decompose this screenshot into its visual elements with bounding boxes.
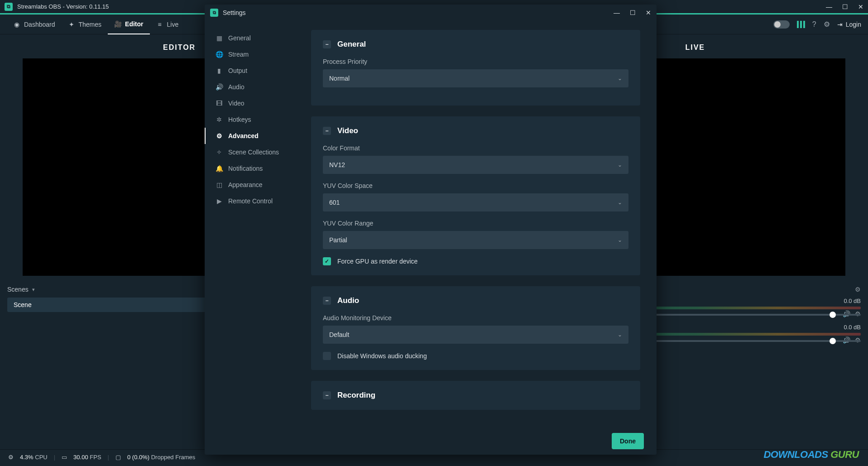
settings-minimize-icon[interactable]: —	[614, 9, 620, 16]
dropped-value: 0 (0.0%)	[127, 454, 149, 461]
yuv-range-label: YUV Color Range	[323, 220, 628, 227]
section-title: Audio	[337, 296, 359, 305]
live-icon: ≡	[156, 21, 163, 28]
cogs-icon: ⚙	[216, 132, 223, 139]
themes-icon: ✦	[68, 21, 75, 28]
done-button[interactable]: Done	[612, 433, 644, 449]
cat-remote-control[interactable]: ▶Remote Control	[205, 193, 302, 209]
settings-icon[interactable]: ⚙	[824, 20, 830, 29]
chevron-down-icon: ⌄	[618, 331, 622, 338]
yuv-space-select[interactable]: 601 ⌄	[323, 193, 628, 211]
settings-title: Settings	[223, 9, 246, 16]
cat-stream[interactable]: 🌐Stream	[205, 46, 302, 62]
nav-label: Live	[167, 21, 179, 28]
cat-label: Scene Collections	[228, 149, 279, 156]
fps-value: 30.00	[73, 454, 88, 461]
dropped-icon: ▢	[115, 454, 121, 461]
cat-general[interactable]: ▦General	[205, 30, 302, 46]
section-title: Recording	[337, 391, 375, 400]
ducking-checkbox[interactable]	[323, 352, 331, 360]
cat-notifications[interactable]: 🔔Notifications	[205, 160, 302, 177]
fps-label: FPS	[90, 454, 101, 461]
section-general: − General Process Priority Normal ⌄	[311, 30, 640, 106]
select-value: NV12	[329, 161, 345, 168]
select-value: Normal	[329, 75, 350, 82]
cat-label: Hotkeys	[228, 116, 251, 123]
settings-window: ⧉ Settings — ☐ ✕ ▦General 🌐Stream ▮Outpu…	[205, 5, 657, 455]
collapse-icon[interactable]: −	[323, 391, 331, 399]
settings-maximize-icon[interactable]: ☐	[630, 9, 636, 16]
collections-icon: ✧	[216, 149, 223, 156]
login-button[interactable]: ⇥ Login	[837, 21, 861, 28]
yuv-space-label: YUV Color Space	[323, 182, 628, 189]
cat-scene-collections[interactable]: ✧Scene Collections	[205, 144, 302, 160]
monitoring-select[interactable]: Default ⌄	[323, 326, 628, 344]
stream-stats-icon[interactable]	[797, 21, 805, 28]
nav-live[interactable]: ≡ Live	[150, 14, 185, 34]
force-gpu-checkbox[interactable]	[323, 257, 331, 265]
film-icon: 🎞	[216, 100, 223, 107]
close-icon[interactable]: ✕	[858, 3, 863, 10]
cpu-value: 4.3%	[20, 454, 34, 461]
cat-appearance[interactable]: ◫Appearance	[205, 177, 302, 193]
nav-label: Editor	[125, 20, 143, 28]
help-icon[interactable]: ?	[812, 20, 816, 29]
chevron-down-icon: ⌄	[618, 237, 622, 243]
settings-sidebar: ▦General 🌐Stream ▮Output 🔊Audio 🎞Video ✲…	[205, 21, 302, 428]
cat-video[interactable]: 🎞Video	[205, 95, 302, 111]
nav-dashboard[interactable]: ◉ Dashboard	[7, 14, 62, 34]
section-audio: − Audio Audio Monitoring Device Default …	[311, 286, 640, 370]
process-priority-label: Process Priority	[323, 58, 628, 65]
minimize-icon[interactable]: —	[826, 3, 832, 10]
scenes-label: Scenes	[7, 286, 29, 293]
nav-editor[interactable]: 🎥 Editor	[108, 14, 149, 34]
cat-label: Output	[228, 67, 247, 74]
cpu-label: CPU	[35, 454, 47, 461]
settings-app-icon: ⧉	[210, 9, 218, 17]
settings-main[interactable]: − General Process Priority Normal ⌄ − Vi…	[302, 21, 657, 428]
mixer-slider-knob[interactable]	[830, 312, 836, 318]
yuv-range-select[interactable]: Partial ⌄	[323, 231, 628, 249]
fps-icon: ▭	[62, 454, 67, 461]
cat-audio[interactable]: 🔊Audio	[205, 79, 302, 95]
color-format-label: Color Format	[323, 144, 628, 152]
collapse-icon[interactable]: −	[323, 127, 331, 135]
collapse-icon[interactable]: −	[323, 40, 331, 48]
dropped-label: Dropped Frames	[151, 454, 196, 461]
process-priority-select[interactable]: Normal ⌄	[323, 69, 628, 87]
cat-label: Audio	[228, 83, 245, 91]
ducking-label: Disable Windows audio ducking	[337, 352, 427, 360]
cat-label: Appearance	[228, 181, 263, 188]
speaker-icon: 🔊	[216, 83, 223, 91]
chevron-down-icon[interactable]: ▾	[32, 287, 35, 293]
globe-icon: 🌐	[216, 51, 223, 58]
app-icon: ⧉	[5, 3, 13, 11]
section-recording: − Recording	[311, 381, 640, 410]
select-value: Partial	[329, 236, 347, 244]
color-format-select[interactable]: NV12 ⌄	[323, 156, 628, 174]
collapse-icon[interactable]: −	[323, 297, 331, 305]
watermark-a: DOWNLOADS	[763, 449, 830, 460]
settings-footer: Done	[205, 428, 657, 455]
mixer-slider-knob[interactable]	[830, 338, 836, 344]
cat-output[interactable]: ▮Output	[205, 62, 302, 79]
nav-label: Themes	[79, 21, 102, 28]
chevron-down-icon: ⌄	[618, 199, 622, 206]
cat-label: Advanced	[228, 132, 259, 139]
mixer-settings-icon[interactable]: ⚙	[855, 286, 861, 293]
cpu-icon: ⚙	[8, 454, 14, 461]
section-title: General	[337, 40, 366, 49]
night-mode-toggle[interactable]	[773, 20, 790, 29]
cat-advanced[interactable]: ⚙Advanced	[205, 128, 302, 144]
nav-themes[interactable]: ✦ Themes	[62, 14, 108, 34]
cat-hotkeys[interactable]: ✲Hotkeys	[205, 111, 302, 128]
settings-close-icon[interactable]: ✕	[646, 9, 651, 16]
force-gpu-label: Force GPU as render device	[337, 258, 417, 265]
cat-label: Remote Control	[228, 197, 273, 205]
editor-heading: EDITOR	[163, 43, 196, 52]
bell-icon: 🔔	[216, 165, 223, 172]
maximize-icon[interactable]: ☐	[842, 3, 848, 10]
cat-label: Video	[228, 100, 245, 107]
app-title: Streamlabs OBS - Version: 0.11.15	[17, 3, 109, 10]
watermark-b: GURU	[830, 449, 859, 460]
